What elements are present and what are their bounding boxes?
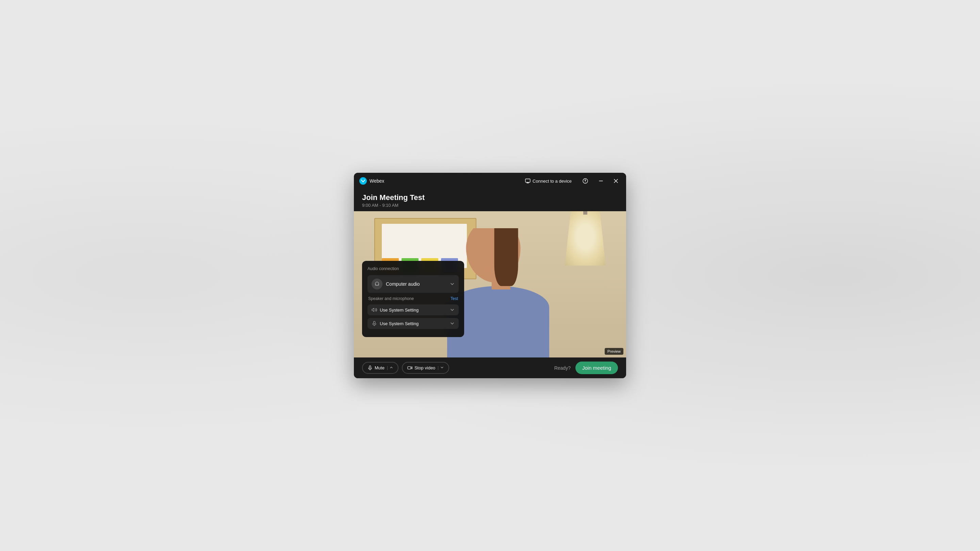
svg-point-4	[375, 282, 379, 285]
computer-audio-left: Computer audio	[372, 279, 420, 289]
video-icon	[407, 365, 412, 370]
minimize-icon	[599, 179, 603, 183]
connect-device-label: Connect to a device	[533, 179, 572, 184]
headset-icon	[374, 281, 380, 287]
minimize-button[interactable]	[596, 178, 606, 184]
svg-rect-6	[369, 366, 371, 368]
video-container: Audio connection Computer audio	[354, 211, 626, 357]
monitor-icon	[525, 178, 530, 184]
speaker-setting-label: Use System Setting	[380, 308, 418, 313]
test-audio-button[interactable]: Test	[450, 296, 458, 301]
svg-rect-1	[525, 179, 530, 182]
meeting-info: Join Meeting Test 9:00 AM - 9:10 AM	[354, 189, 626, 211]
mute-mic-icon	[368, 365, 372, 370]
computer-audio-icon	[372, 279, 382, 289]
close-button[interactable]	[611, 178, 620, 184]
speaker-mic-row: Speaker and microphone Test	[368, 296, 459, 301]
mic-setting-label: Use System Setting	[380, 321, 418, 326]
meeting-time: 9:00 AM - 9:10 AM	[362, 203, 618, 208]
mic-chevron-icon	[450, 321, 455, 326]
mic-setting-left: Use System Setting	[372, 321, 418, 326]
mute-button[interactable]: Mute	[362, 362, 398, 374]
meeting-title: Join Meeting Test	[362, 193, 618, 202]
webex-logo-icon	[360, 177, 367, 185]
speaker-setting-left: Use System Setting	[372, 307, 418, 313]
help-icon	[582, 178, 588, 184]
ready-label: Ready?	[554, 365, 571, 371]
close-icon	[614, 179, 618, 183]
speaker-setting-row[interactable]: Use System Setting	[368, 305, 459, 315]
speaker-icon	[372, 307, 377, 313]
svg-rect-7	[408, 367, 411, 369]
computer-audio-option[interactable]: Computer audio	[368, 275, 459, 293]
mute-label: Mute	[375, 365, 385, 370]
app-name-label: Webex	[369, 178, 384, 184]
chevron-down-icon	[450, 282, 455, 286]
person-hair-right	[495, 228, 518, 286]
chevron-up-mute-icon	[390, 366, 393, 369]
help-button[interactable]	[580, 177, 591, 185]
audio-panel-title: Audio connection	[368, 266, 459, 271]
stop-video-button[interactable]: Stop video	[402, 362, 449, 374]
app-window: Webex Connect to a device	[354, 173, 626, 378]
microphone-icon	[372, 321, 377, 326]
title-bar-left: Webex	[360, 177, 384, 185]
connect-device-button[interactable]: Connect to a device	[522, 177, 574, 185]
speaker-chevron-icon	[450, 308, 455, 312]
bottom-right: Ready? Join meeting	[554, 362, 618, 374]
mute-chevron[interactable]	[387, 366, 393, 370]
title-bar: Webex Connect to a device	[354, 173, 626, 189]
bottom-controls: Mute Stop video	[362, 362, 449, 374]
mic-setting-row[interactable]: Use System Setting	[368, 318, 459, 329]
stop-video-label: Stop video	[414, 365, 435, 370]
audio-panel: Audio connection Computer audio	[362, 261, 464, 337]
chevron-down-video-icon	[440, 366, 444, 369]
join-meeting-button[interactable]: Join meeting	[576, 362, 618, 374]
speaker-mic-label: Speaker and microphone	[368, 296, 414, 301]
svg-point-0	[360, 177, 367, 185]
video-chevron[interactable]	[438, 366, 444, 370]
computer-audio-label: Computer audio	[386, 281, 420, 287]
preview-badge: Preview	[605, 348, 624, 355]
svg-rect-5	[374, 321, 375, 324]
title-bar-right: Connect to a device	[522, 177, 620, 185]
bottom-bar: Mute Stop video	[354, 357, 626, 378]
